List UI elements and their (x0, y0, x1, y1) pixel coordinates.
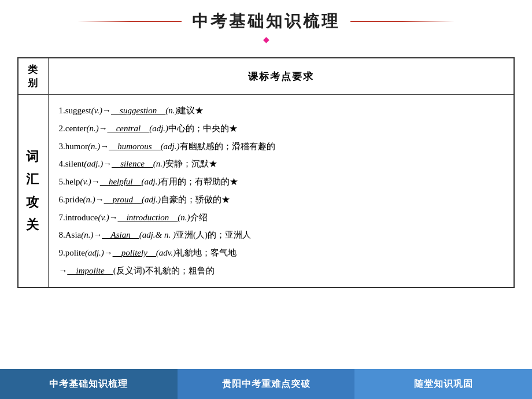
vocab-line-5: 5.help(v.)→__helpful__(adj.)有用的；有帮助的★ (59, 173, 504, 191)
vocab-line-7: 7.introduce(v.)→__introduction__(n.)介绍 (59, 209, 504, 227)
nav-item-3[interactable]: 随堂知识巩固 (354, 369, 532, 399)
main-content: 类别 课标考点要求 词汇攻关 1.suggest(v.)→__suggestio… (0, 50, 532, 294)
nav-label-1: 中考基础知识梳理 (49, 378, 128, 390)
header-diamond: ◆ (0, 35, 532, 45)
page-title: 中考基础知识梳理 (182, 10, 350, 32)
col2-header: 课标考点要求 (48, 58, 514, 95)
vocab-line-6: 6.pride(n.)→__proud__(adj.)自豪的；骄傲的★ (59, 191, 504, 209)
vocab-line-2: 2.center(n.)→__central__(adj.)中心的；中央的★ (59, 120, 504, 138)
header-right-line (350, 21, 455, 22)
col1-header: 类别 (18, 58, 48, 95)
nav-item-1[interactable]: 中考基础知识梳理 (0, 369, 178, 399)
header-left-line (77, 21, 182, 22)
header-line-container: 中考基础知识梳理 (0, 10, 532, 32)
bottom-nav: 中考基础知识梳理 贵阳中考重难点突破 随堂知识巩固 (0, 369, 532, 399)
nav-label-2: 贵阳中考重难点突破 (222, 378, 311, 390)
nav-item-2[interactable]: 贵阳中考重难点突破 (178, 369, 355, 399)
vocab-line-9: 9.polite(adj.)→__politely__(adv.)礼貌地；客气地 (59, 244, 504, 262)
category-cell: 词汇攻关 (18, 95, 48, 287)
vocab-line-8: 8.Asia(n.)→__Asian__(adj.& n. )亚洲(人)的；亚洲… (59, 226, 504, 244)
vocab-line-1: 1.suggest(v.)→__suggestion__(n.)建议★ (59, 102, 504, 120)
content-cell: 1.suggest(v.)→__suggestion__(n.)建议★ 2.ce… (48, 95, 514, 287)
table-header-row: 类别 课标考点要求 (18, 58, 514, 95)
vocab-line-10: →__impolite__(反义词)不礼貌的；粗鲁的 (59, 262, 504, 280)
nav-label-3: 随堂知识巩固 (414, 378, 473, 390)
vocab-line-4: 4.silent(adj.)→__silence__(n.)安静；沉默★ (59, 155, 504, 173)
vocab-line-3: 3.humor(n.)→__humorous__(adj.)有幽默感的；滑稽有趣… (59, 138, 504, 156)
header-area: 中考基础知识梳理 ◆ (0, 0, 532, 50)
vocab-table: 类别 课标考点要求 词汇攻关 1.suggest(v.)→__suggestio… (17, 57, 515, 288)
table-row-main: 词汇攻关 1.suggest(v.)→__suggestion__(n.)建议★… (18, 95, 514, 287)
